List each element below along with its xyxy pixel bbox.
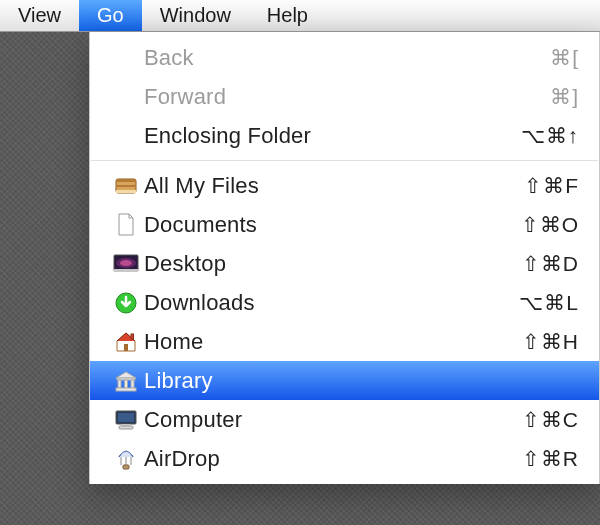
all-my-files-icon: [108, 175, 144, 197]
menubar-item-window[interactable]: Window: [142, 0, 249, 31]
menu-item-label: Home: [144, 329, 489, 355]
svg-rect-17: [118, 413, 134, 422]
menu-item-label: AirDrop: [144, 446, 489, 472]
menu-item-documents[interactable]: Documents ⇧⌘O: [90, 205, 599, 244]
menu-item-back: Back ⌘[: [90, 38, 599, 77]
menu-item-enclosing-folder[interactable]: Enclosing Folder ⌥⌘↑: [90, 116, 599, 155]
menubar-label: View: [18, 4, 61, 27]
library-icon: [108, 370, 144, 392]
menubar-item-view[interactable]: View: [0, 0, 79, 31]
menu-item-shortcut: ⌘[: [489, 46, 579, 70]
menubar-label: Help: [267, 4, 308, 27]
menu-item-home[interactable]: Home ⇧⌘H: [90, 322, 599, 361]
menu-item-library[interactable]: Library: [90, 361, 599, 400]
menu-item-shortcut: ⇧⌘O: [489, 213, 579, 237]
downloads-icon: [108, 291, 144, 315]
menubar-label: Window: [160, 4, 231, 27]
documents-icon: [108, 213, 144, 237]
svg-rect-14: [131, 380, 134, 388]
svg-rect-23: [123, 465, 129, 469]
menu-separator: [91, 160, 598, 161]
go-menu-dropdown: Back ⌘[ Forward ⌘] Enclosing Folder ⌥⌘↑ …: [89, 32, 600, 484]
menu-item-all-my-files[interactable]: All My Files ⇧⌘F: [90, 166, 599, 205]
airdrop-icon: [108, 447, 144, 471]
svg-rect-19: [119, 426, 133, 429]
menu-item-desktop[interactable]: Desktop ⇧⌘D: [90, 244, 599, 283]
home-icon: [108, 331, 144, 353]
svg-point-6: [120, 260, 132, 266]
svg-rect-1: [116, 179, 136, 182]
desktop-icon: [108, 254, 144, 274]
menu-item-downloads[interactable]: Downloads ⌥⌘L: [90, 283, 599, 322]
menu-item-shortcut: ⌥⌘L: [489, 291, 579, 315]
menu-item-label: Computer: [144, 407, 489, 433]
menu-item-shortcut: ⌥⌘↑: [489, 124, 579, 148]
menu-item-computer[interactable]: Computer ⇧⌘C: [90, 400, 599, 439]
menu-item-airdrop[interactable]: AirDrop ⇧⌘R: [90, 439, 599, 478]
menu-item-shortcut: ⇧⌘D: [489, 252, 579, 276]
menu-item-label: Library: [144, 368, 489, 394]
menu-item-shortcut: ⌘]: [489, 85, 579, 109]
menu-item-shortcut: ⇧⌘H: [489, 330, 579, 354]
menu-item-shortcut: ⇧⌘F: [489, 174, 579, 198]
menu-item-label: All My Files: [144, 173, 489, 199]
svg-rect-9: [124, 344, 128, 351]
menu-item-label: Desktop: [144, 251, 489, 277]
menu-item-label: Back: [144, 45, 489, 71]
computer-icon: [108, 409, 144, 431]
svg-rect-12: [118, 380, 121, 388]
menu-item-shortcut: ⇧⌘C: [489, 408, 579, 432]
menubar-item-help[interactable]: Help: [249, 0, 326, 31]
menubar: View Go Window Help: [0, 0, 600, 32]
svg-rect-2: [116, 185, 136, 187]
svg-rect-7: [114, 269, 138, 272]
svg-rect-3: [116, 190, 136, 193]
menu-item-label: Downloads: [144, 290, 489, 316]
menu-item-forward: Forward ⌘]: [90, 77, 599, 116]
menubar-item-go[interactable]: Go: [79, 0, 142, 31]
menu-item-shortcut: ⇧⌘R: [489, 447, 579, 471]
menu-item-label: Enclosing Folder: [144, 123, 489, 149]
menubar-label: Go: [97, 4, 124, 27]
svg-rect-15: [116, 388, 136, 391]
menu-item-label: Documents: [144, 212, 489, 238]
svg-rect-13: [125, 380, 128, 388]
menu-item-label: Forward: [144, 84, 489, 110]
svg-rect-10: [131, 334, 134, 339]
